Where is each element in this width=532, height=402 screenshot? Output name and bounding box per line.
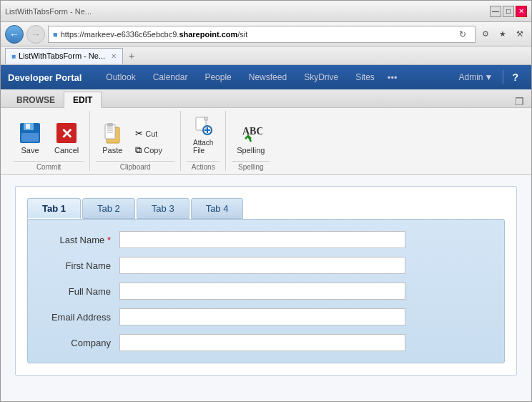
attach-file-label: AttachFile (193, 139, 213, 155)
ribbon-group-spelling: ABC Spelling Spelling (226, 111, 275, 171)
address-bar[interactable]: ■ https://markeev-e6336c65ebcbc9.sharepo… (48, 26, 476, 43)
admin-menu[interactable]: Admin ▼ (452, 72, 501, 82)
cancel-icon: ✕ (55, 122, 78, 144)
browser-tab-active[interactable]: ■ ListWithTabsForm - Ne... ✕ (5, 48, 123, 64)
maximize-button[interactable]: □ (503, 6, 514, 17)
attach-file-button[interactable]: AttachFile (187, 111, 220, 158)
save-label: Save (21, 146, 39, 155)
last-name-input[interactable] (119, 231, 405, 248)
title-bar-buttons: — □ ✕ (490, 6, 527, 17)
first-name-label: First Name (39, 260, 111, 271)
nav-more-dots[interactable]: ••• (383, 72, 402, 83)
email-address-input[interactable] (119, 308, 405, 325)
ribbon-tabs: BROWSE EDIT ❐ (1, 89, 531, 108)
spelling-button[interactable]: ABC Spelling (232, 118, 270, 158)
form-tab-bar: Tab 1 Tab 2 Tab 3 Tab 4 (27, 198, 505, 219)
spelling-group-label: Spelling (232, 161, 270, 171)
nav-item-outlook[interactable]: Outlook (97, 65, 144, 89)
form-fields: Last Name * First Name Full Name (39, 231, 493, 351)
actions-group-label: Actions (187, 161, 220, 171)
title-bar: ListWithTabsForm - Ne... — □ ✕ (1, 1, 531, 22)
form-tab-2[interactable]: Tab 2 (82, 198, 135, 219)
maximize-form-icon[interactable]: ❐ (515, 96, 524, 107)
svg-text:ABC: ABC (242, 126, 262, 137)
form-tab-3[interactable]: Tab 3 (137, 198, 189, 219)
browser-tab-label: ListWithTabsForm - Ne... (19, 52, 105, 60)
full-name-row: Full Name (39, 283, 493, 300)
email-address-row: Email Address (39, 308, 493, 325)
nav-item-skydrive[interactable]: SkyDrive (295, 65, 347, 89)
cut-icon: ✂ (135, 128, 143, 139)
ribbon: BROWSE EDIT ❐ (1, 89, 531, 175)
browser-window: ListWithTabsForm - Ne... — □ ✕ ← → ■ htt… (0, 0, 532, 402)
cut-label: Cut (145, 129, 157, 138)
site-logo: Developer Portal (8, 72, 90, 83)
cancel-label: Cancel (54, 146, 79, 155)
tab-content: Last Name * First Name Full Name (27, 219, 505, 363)
address-icon: ■ (53, 30, 58, 39)
close-button[interactable]: ✕ (516, 6, 527, 17)
spelling-icon: ABC (240, 122, 262, 144)
full-name-label: Full Name (39, 286, 111, 297)
nav-item-newsfeed[interactable]: Newsfeed (240, 65, 295, 89)
star-button[interactable]: ★ (496, 27, 510, 41)
ribbon-body: Save ✕ Cancel Commit (1, 108, 531, 174)
first-name-input[interactable] (119, 257, 405, 274)
nav-item-calendar[interactable]: Calendar (144, 65, 197, 89)
company-row: Company (39, 334, 493, 351)
svg-rect-8 (107, 123, 113, 127)
copy-label: Copy (144, 146, 162, 155)
last-name-row: Last Name * (39, 231, 493, 248)
ribbon-group-actions: AttachFile Actions (181, 111, 226, 171)
copy-button[interactable]: ⧉ Copy (132, 142, 174, 158)
spelling-label: Spelling (237, 146, 265, 155)
ribbon-group-clipboard: Paste ✂ Cut ⧉ Copy (90, 111, 181, 171)
wrench-button[interactable]: ⚒ (513, 27, 527, 41)
sharepoint-content: Developer Portal Outlook Calendar People… (1, 65, 531, 401)
spelling-buttons: ABC Spelling (232, 111, 270, 158)
cut-button[interactable]: ✂ Cut (132, 126, 174, 141)
copy-icon: ⧉ (135, 144, 142, 156)
form-container: Tab 1 Tab 2 Tab 3 Tab 4 Last Name * (15, 186, 517, 376)
nav-bar: ← → ■ https://markeev-e6336c65ebcbc9.sha… (1, 22, 531, 46)
last-name-label: Last Name * (39, 235, 111, 245)
clipboard-buttons: Paste ✂ Cut ⧉ Copy (96, 111, 174, 158)
save-button[interactable]: Save (14, 118, 46, 158)
company-label: Company (39, 338, 111, 348)
ribbon-tab-browse[interactable]: BROWSE (8, 92, 64, 107)
paste-button[interactable]: Paste (96, 118, 129, 158)
company-input[interactable] (119, 334, 405, 351)
settings-button[interactable]: ⚙ (478, 27, 493, 41)
paste-icon (101, 122, 124, 144)
new-tab-button[interactable]: + (124, 49, 139, 63)
help-button[interactable]: ? (506, 72, 524, 83)
full-name-input[interactable] (119, 283, 405, 300)
first-name-row: First Name (39, 257, 493, 274)
cancel-button[interactable]: ✕ Cancel (49, 118, 84, 158)
attach-file-icon (192, 114, 215, 137)
nav-item-sites[interactable]: Sites (347, 65, 383, 89)
paste-label: Paste (102, 146, 122, 155)
commit-group-label: Commit (14, 161, 84, 171)
forward-button[interactable]: → (26, 25, 45, 44)
top-navigation: Developer Portal Outlook Calendar People… (1, 65, 531, 89)
cut-copy-buttons: ✂ Cut ⧉ Copy (132, 126, 174, 158)
svg-rect-3 (21, 133, 39, 142)
minimize-button[interactable]: — (490, 6, 501, 17)
actions-buttons: AttachFile (187, 111, 220, 158)
form-tab-4[interactable]: Tab 4 (191, 198, 244, 219)
save-icon (19, 122, 41, 144)
main-content: Tab 1 Tab 2 Tab 3 Tab 4 Last Name * (1, 175, 531, 401)
tab-favicon: ■ (11, 52, 16, 60)
refresh-button[interactable]: ↻ (455, 26, 471, 42)
required-marker: * (107, 235, 111, 245)
tab-close-button[interactable]: ✕ (111, 52, 117, 60)
nav-item-people[interactable]: People (196, 65, 240, 89)
window-title: ListWithTabsForm - Ne... (5, 7, 92, 16)
admin-chevron-icon: ▼ (485, 72, 493, 82)
form-tab-1[interactable]: Tab 1 (27, 198, 81, 219)
nav-items: Outlook Calendar People Newsfeed SkyDriv… (97, 65, 451, 89)
ribbon-tab-edit[interactable]: EDIT (64, 92, 102, 108)
back-button[interactable]: ← (5, 25, 24, 44)
svg-text:✕: ✕ (61, 126, 73, 142)
